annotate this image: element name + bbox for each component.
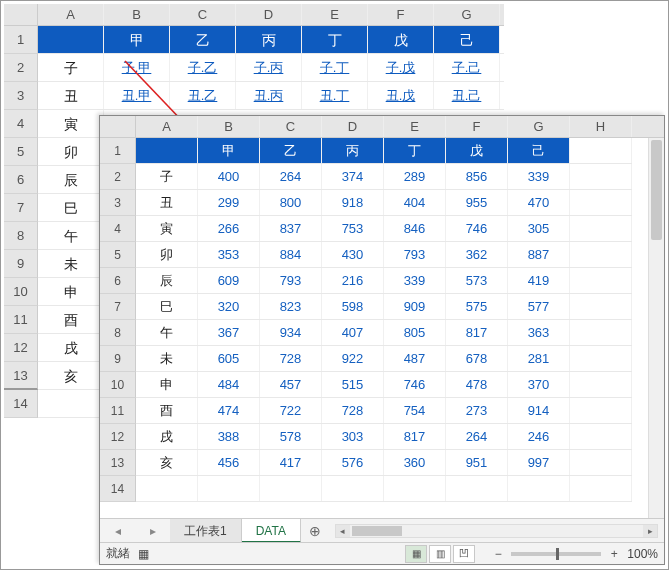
col-header[interactable]: C [170,4,236,25]
row-header[interactable]: 5 [100,242,136,268]
data-cell[interactable]: 404 [384,190,446,215]
row-header[interactable]: 7 [4,194,38,222]
data-cell[interactable]: 728 [260,346,322,371]
header-cell[interactable]: 己 [434,26,500,53]
data-cell[interactable]: 407 [322,320,384,345]
hyperlink-cell[interactable]: 子.甲 [104,54,170,81]
scroll-right-icon[interactable]: ▸ [643,525,657,537]
cell[interactable] [570,320,632,345]
data-cell[interactable]: 478 [446,372,508,397]
data-cell[interactable]: 922 [322,346,384,371]
data-cell[interactable]: 305 [508,216,570,241]
data-cell[interactable]: 388 [198,424,260,449]
hyperlink-cell[interactable]: 丑.甲 [104,82,170,109]
col-header[interactable]: H [570,116,632,137]
data-cell[interactable]: 678 [446,346,508,371]
row-label-cell[interactable]: 未 [136,346,198,371]
row-header[interactable]: 13 [4,362,38,390]
data-cell[interactable]: 934 [260,320,322,345]
data-cell[interactable]: 817 [384,424,446,449]
row-label-cell[interactable]: 子 [136,164,198,189]
header-cell[interactable]: 甲 [104,26,170,53]
row-label-cell[interactable]: 午 [38,222,104,249]
row-header[interactable]: 12 [4,334,38,362]
data-cell[interactable]: 997 [508,450,570,475]
select-all-corner[interactable] [4,4,38,25]
cell[interactable] [570,138,632,163]
cell[interactable] [570,450,632,475]
header-cell[interactable]: 丁 [302,26,368,53]
data-cell[interactable]: 576 [322,450,384,475]
row-header[interactable]: 3 [4,82,38,110]
col-header[interactable]: B [198,116,260,137]
data-cell[interactable]: 578 [260,424,322,449]
cell[interactable] [570,294,632,319]
data-cell[interactable]: 515 [322,372,384,397]
hyperlink-cell[interactable]: 子.乙 [170,54,236,81]
header-cell[interactable]: 丁 [384,138,446,163]
scroll-thumb[interactable] [352,526,402,536]
row-header[interactable]: 8 [100,320,136,346]
data-cell[interactable]: 474 [198,398,260,423]
scroll-thumb[interactable] [651,140,662,240]
header-cell[interactable]: 戊 [368,26,434,53]
view-page-break-button[interactable]: 凹 [453,545,475,563]
row-label-cell[interactable]: 戌 [136,424,198,449]
row-header[interactable]: 10 [4,278,38,306]
col-header[interactable]: E [302,4,368,25]
row-label-cell[interactable]: 寅 [136,216,198,241]
data-cell[interactable]: 918 [322,190,384,215]
cell[interactable] [508,476,570,501]
row-header[interactable]: 3 [100,190,136,216]
row-label-cell[interactable]: 丑 [38,82,104,109]
row-label-cell[interactable]: 子 [38,54,104,81]
macro-record-icon[interactable]: ▦ [138,547,149,561]
zoom-out-button[interactable]: − [491,547,505,561]
data-cell[interactable]: 367 [198,320,260,345]
cell[interactable] [570,398,632,423]
cell[interactable] [446,476,508,501]
data-cell[interactable]: 299 [198,190,260,215]
row-label-cell[interactable]: 戌 [38,334,104,361]
col-header[interactable]: E [384,116,446,137]
data-cell[interactable]: 400 [198,164,260,189]
hyperlink-cell[interactable]: 丑.戊 [368,82,434,109]
col-header[interactable]: A [38,4,104,25]
cell[interactable] [570,424,632,449]
data-cell[interactable]: 800 [260,190,322,215]
data-cell[interactable]: 360 [384,450,446,475]
horizontal-scrollbar[interactable]: ◂ ▸ [335,524,658,538]
col-header[interactable]: F [368,4,434,25]
zoom-slider[interactable] [511,552,601,556]
row-header[interactable]: 4 [100,216,136,242]
data-cell[interactable]: 484 [198,372,260,397]
row-header[interactable]: 2 [4,54,38,82]
col-header[interactable]: F [446,116,508,137]
data-cell[interactable]: 457 [260,372,322,397]
data-cell[interactable]: 575 [446,294,508,319]
header-cell[interactable] [136,138,198,163]
col-header[interactable]: A [136,116,198,137]
row-header[interactable]: 11 [4,306,38,334]
cell[interactable] [570,164,632,189]
row-label-cell[interactable]: 卯 [136,242,198,267]
row-header[interactable]: 5 [4,138,38,166]
data-cell[interactable]: 577 [508,294,570,319]
data-cell[interactable]: 884 [260,242,322,267]
cell[interactable] [570,372,632,397]
data-cell[interactable]: 353 [198,242,260,267]
row-label-cell[interactable]: 亥 [38,362,104,389]
cell[interactable] [570,476,632,501]
row-header[interactable]: 7 [100,294,136,320]
data-cell[interactable]: 430 [322,242,384,267]
zoom-level[interactable]: 100% [627,547,658,561]
hyperlink-cell[interactable]: 子.丁 [302,54,368,81]
row-header[interactable]: 2 [100,164,136,190]
row-label-cell[interactable]: 巳 [38,194,104,221]
row-label-cell[interactable]: 丑 [136,190,198,215]
tab-nav-arrows[interactable]: ◂▸ [100,524,170,538]
cell[interactable] [198,476,260,501]
col-header[interactable]: D [322,116,384,137]
data-cell[interactable]: 823 [260,294,322,319]
data-cell[interactable]: 573 [446,268,508,293]
